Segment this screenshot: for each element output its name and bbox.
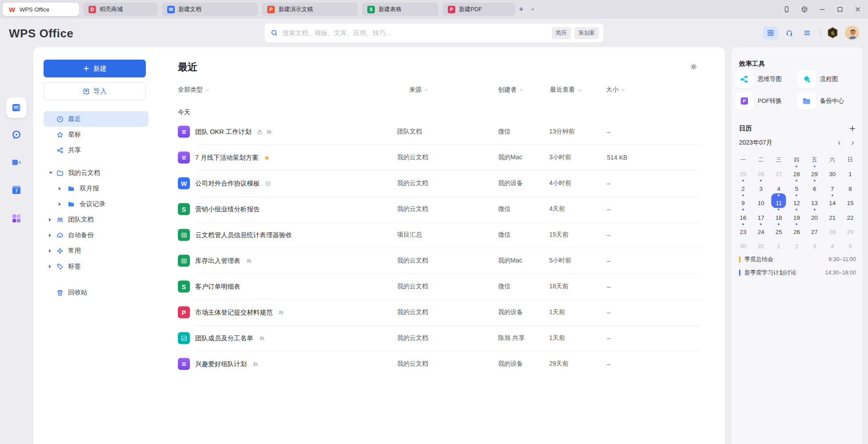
file-row[interactable]: 云文档管人员信息统计表理器验收项目汇总微信15天前– xyxy=(178,222,700,248)
sidebar-item-2[interactable]: 共享 xyxy=(44,142,149,158)
calendar-next-icon[interactable] xyxy=(848,139,856,147)
filter-3[interactable]: 最近查看 xyxy=(550,86,582,94)
menu-button[interactable] xyxy=(800,26,815,40)
calendar-day[interactable]: 26 xyxy=(788,222,805,237)
sidebar-item-7[interactable]: 自动备份 xyxy=(44,227,149,243)
svip-badge[interactable]: S xyxy=(827,27,839,39)
new-document-button[interactable]: 新建 xyxy=(44,60,146,77)
filter-4[interactable]: 大小 xyxy=(606,86,626,94)
file-row[interactable]: S营销小组业绩分析报告我的云文档微信4天前– xyxy=(178,196,700,222)
calendar-day[interactable]: 24 xyxy=(752,222,770,237)
sidebar-item-5[interactable]: 会议记录 xyxy=(44,196,149,212)
sidebar-item-10[interactable]: 回收站 xyxy=(44,285,149,300)
filter-2[interactable]: 创建者 xyxy=(498,86,524,94)
rail-item-calendar[interactable]: 7 xyxy=(6,180,27,200)
list-settings-gear-icon[interactable] xyxy=(690,63,697,70)
file-row[interactable]: P市场主体登记提交材料规范我的云文档我的设备1天前– xyxy=(178,299,700,325)
calendar-day[interactable]: 15 xyxy=(841,194,859,208)
rail-item-apps[interactable] xyxy=(6,208,27,229)
apps-grid-button[interactable] xyxy=(763,26,778,40)
sidebar-item-3[interactable]: 我的云文档 xyxy=(44,165,149,181)
tab-1[interactable]: D稻壳商城 xyxy=(83,3,158,16)
calendar-day[interactable]: 25 xyxy=(770,222,788,237)
calendar-day[interactable]: 19 xyxy=(788,208,805,222)
file-row[interactable]: 团队 OKR 工作计划团队文档微信13分钟前– xyxy=(178,119,700,145)
sidebar-item-0[interactable]: 最近 xyxy=(44,111,149,127)
rail-item-chat[interactable] xyxy=(6,125,27,145)
tab-2[interactable]: W新建文档 xyxy=(162,3,258,16)
user-avatar[interactable] xyxy=(845,26,859,40)
calendar-day[interactable]: 4 xyxy=(824,237,841,251)
workspace-box-icon[interactable] xyxy=(800,5,808,13)
rail-item-meeting[interactable] xyxy=(6,152,27,173)
calendar-day[interactable]: 2 xyxy=(788,237,805,251)
tab-5[interactable]: P新建PDF xyxy=(442,3,515,16)
calendar-day[interactable]: 5 xyxy=(788,179,805,193)
tool-flowchart[interactable]: 流程图 xyxy=(797,69,856,89)
calendar-day[interactable]: 2 xyxy=(734,179,752,193)
calendar-day[interactable]: 1 xyxy=(841,165,859,179)
calendar-day[interactable]: 30 xyxy=(824,165,841,179)
caret-right-icon[interactable] xyxy=(49,218,51,222)
calendar-day[interactable]: 7 xyxy=(824,179,841,193)
calendar-day[interactable]: 16 xyxy=(734,208,752,222)
caret-right-icon[interactable] xyxy=(49,249,51,253)
sidebar-item-4[interactable]: 双月报 xyxy=(44,181,149,196)
filter-1[interactable]: 来源 xyxy=(409,86,429,94)
calendar-day[interactable]: 25 xyxy=(734,165,752,179)
calendar-day[interactable]: 8 xyxy=(841,179,859,193)
search-tag-plan[interactable]: 策划案 xyxy=(575,27,599,39)
maximize-button[interactable] xyxy=(836,5,844,13)
calendar-day[interactable]: 22 xyxy=(841,208,859,222)
file-row[interactable]: 库存出入管理表我的云文档我的Mac5小时前– xyxy=(178,248,700,274)
tool-mindmap[interactable]: 思维导图 xyxy=(735,69,794,89)
sidebar-item-6[interactable]: 团队文档 xyxy=(44,212,149,227)
calendar-day[interactable]: 26 xyxy=(752,165,770,179)
minimize-button[interactable] xyxy=(818,5,826,13)
search-input[interactable] xyxy=(282,29,548,36)
file-row[interactable]: W公司对外合作协议模板我的云文档我的设备4小时前– xyxy=(178,170,700,196)
mobile-icon[interactable] xyxy=(783,5,791,13)
caret-right-icon[interactable] xyxy=(59,202,61,206)
calendar-day[interactable]: 30 xyxy=(734,237,752,251)
calendar-day[interactable]: 23 xyxy=(734,222,752,237)
calendar-day[interactable]: 29 xyxy=(841,222,859,237)
calendar-day[interactable]: 12 xyxy=(788,194,805,208)
filter-0[interactable]: 全部类型 xyxy=(178,86,210,94)
tool-pdf-convert[interactable]: PPDF转换 xyxy=(735,91,794,111)
calendar-day[interactable]: 5 xyxy=(841,237,859,251)
calendar-day[interactable]: 27 xyxy=(806,222,824,237)
calendar-day[interactable]: 18 xyxy=(770,208,788,222)
calendar-day[interactable]: 6 xyxy=(806,179,824,193)
calendar-day[interactable]: 3 xyxy=(752,179,770,193)
caret-right-icon[interactable] xyxy=(49,234,51,237)
calendar-day[interactable]: 10 xyxy=(752,194,770,208)
import-button[interactable]: 导入 xyxy=(44,82,146,100)
rail-item-documents[interactable] xyxy=(6,97,27,118)
sidebar-item-8[interactable]: 常用 xyxy=(44,243,149,258)
calendar-day-selected[interactable]: 11 xyxy=(770,194,788,208)
file-row[interactable]: 7 月线下活动策划方案★我的云文档我的Mac3小时前514 KB xyxy=(178,145,700,170)
event-item[interactable]: 新季度学习计划讨论14:30–16:00 xyxy=(739,266,856,279)
support-headset-button[interactable] xyxy=(782,26,797,40)
close-button[interactable] xyxy=(854,5,862,13)
tab-3[interactable]: P新建演示文稿 xyxy=(262,3,358,16)
calendar-day[interactable]: 28 xyxy=(788,165,805,179)
tab-home[interactable]: WWPS Office xyxy=(3,3,79,16)
caret-down-icon[interactable] xyxy=(49,172,52,174)
tab-list-chevron-icon[interactable] xyxy=(527,4,538,15)
calendar-day[interactable]: 29 xyxy=(806,165,824,179)
sidebar-item-9[interactable]: 标签 xyxy=(44,258,149,274)
calendar-day[interactable]: 17 xyxy=(752,208,770,222)
calendar-day[interactable]: 9 xyxy=(734,194,752,208)
tool-backup-center[interactable]: 备份中心 xyxy=(797,91,856,111)
tab-4[interactable]: S新建表格 xyxy=(362,3,438,16)
calendar-day[interactable]: 3 xyxy=(806,237,824,251)
calendar-day[interactable]: 21 xyxy=(824,208,841,222)
calendar-day[interactable]: 14 xyxy=(824,194,841,208)
caret-right-icon[interactable] xyxy=(49,265,51,268)
search-bar[interactable]: 简历 策划案 xyxy=(265,24,603,42)
file-row[interactable]: 兴趣爱好组队计划我的云文档我的设备29天前– xyxy=(178,351,700,377)
search-tag-resume[interactable]: 简历 xyxy=(552,27,571,39)
calendar-prev-icon[interactable] xyxy=(835,139,843,147)
